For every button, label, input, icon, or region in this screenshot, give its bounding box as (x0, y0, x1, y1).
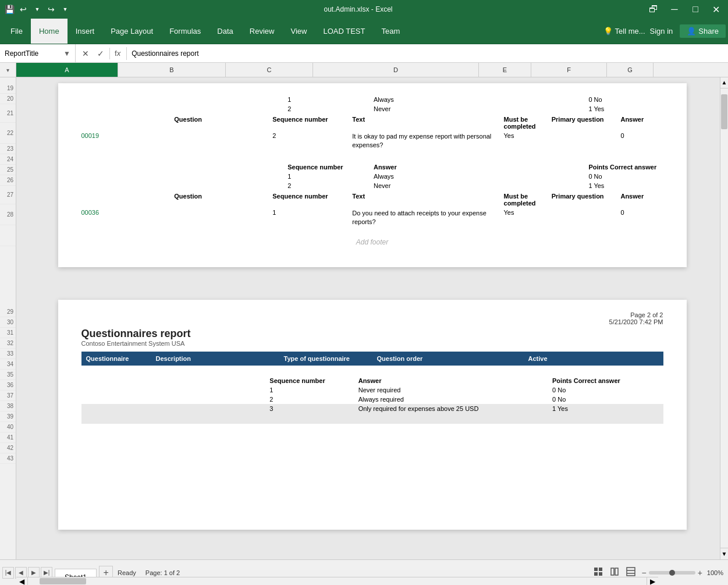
minimize-button[interactable]: ─ (667, 2, 681, 16)
tab-load-test[interactable]: LOAD TEST (315, 19, 373, 44)
customize-icon[interactable]: ▼ (61, 5, 70, 14)
cell-f28[interactable] (552, 209, 621, 228)
name-box-arrow-icon[interactable]: ▼ (63, 49, 70, 58)
cell-a30[interactable] (81, 377, 148, 384)
cell-a22[interactable]: 00019 (81, 132, 175, 151)
cell-f26[interactable]: 1 Yes (588, 182, 663, 189)
tab-home[interactable]: Home (31, 19, 68, 44)
tell-me-button[interactable]: 💡 Tell me... (603, 27, 645, 36)
cell-d25[interactable]: Always (374, 173, 537, 180)
cell-f25[interactable]: 0 No (588, 173, 663, 180)
tab-insert[interactable]: Insert (68, 19, 103, 44)
restore-button[interactable]: 🗗 (647, 2, 660, 16)
scroll-down-button[interactable]: ▼ (720, 548, 728, 559)
close-button[interactable]: ✕ (709, 2, 723, 16)
cell-d28[interactable]: Do you need to attach receipts to your e… (352, 209, 503, 228)
cell-f32[interactable]: 0 No (552, 396, 663, 403)
cell-b24[interactable] (182, 164, 287, 171)
cell-d20[interactable]: Never (374, 105, 537, 112)
cell-d26[interactable]: Never (374, 182, 537, 189)
col-header-b[interactable]: B (118, 63, 226, 77)
cell-b19[interactable] (182, 96, 287, 103)
cell-d19[interactable]: Always (374, 96, 537, 103)
cell-a21[interactable] (81, 116, 175, 130)
zoom-out-button[interactable]: − (641, 568, 646, 577)
maximize-button[interactable]: □ (688, 2, 702, 16)
cell-d24[interactable]: Answer (374, 164, 537, 171)
save-icon[interactable]: 💾 (5, 5, 14, 14)
h-scroll-track[interactable] (28, 577, 647, 585)
confirm-formula-button[interactable]: ✓ (94, 47, 107, 60)
cell-b31[interactable] (148, 387, 270, 393)
cell-b26[interactable] (182, 182, 287, 189)
cell-b30[interactable] (148, 377, 270, 384)
zoom-in-button[interactable]: + (698, 568, 702, 577)
scroll-thumb[interactable] (721, 94, 727, 129)
page-1-footer[interactable]: Add footer (81, 229, 663, 256)
cell-f31[interactable]: 0 No (552, 387, 663, 393)
cell-f20[interactable]: 1 Yes (588, 105, 663, 112)
cell-e32[interactable] (502, 396, 552, 403)
fx-label[interactable]: fx (112, 49, 123, 58)
cell-f30[interactable]: Points Correct answer (552, 377, 663, 384)
cell-a32[interactable] (81, 396, 148, 403)
cell-e20[interactable] (537, 105, 589, 112)
cell-a33[interactable] (81, 405, 148, 412)
cell-d22[interactable]: It is okay to pad my expense report with… (352, 132, 503, 151)
tab-review[interactable]: Review (242, 19, 283, 44)
cell-f24[interactable]: Points Correct answer (588, 164, 663, 171)
undo-icon[interactable]: ↩ (19, 5, 28, 14)
cell-c30[interactable]: Sequence number (269, 377, 358, 384)
cell-e26[interactable] (537, 182, 589, 189)
cell-a25[interactable] (81, 173, 182, 180)
cell-b33[interactable] (148, 405, 270, 412)
cell-a19[interactable] (81, 96, 182, 103)
horizontal-scrollbar[interactable]: ◀ ▶ (16, 577, 658, 585)
sheet-first-button[interactable]: |◀ (2, 567, 14, 579)
cell-b25[interactable] (182, 173, 287, 180)
cell-f21[interactable]: Primary question (552, 116, 621, 130)
cell-c22[interactable]: 2 (272, 132, 352, 151)
col-header-g[interactable]: G (607, 63, 654, 77)
cell-d27[interactable]: Text (352, 193, 503, 207)
scroll-track[interactable] (720, 88, 728, 548)
zoom-thumb[interactable] (669, 570, 675, 576)
cell-f19[interactable]: 0 No (588, 96, 663, 103)
col-header-e[interactable]: E (479, 63, 531, 77)
col-header-a[interactable]: A (16, 63, 118, 77)
cell-g28[interactable]: 0 (620, 209, 663, 228)
cell-e28[interactable]: Yes (504, 209, 552, 228)
tab-team[interactable]: Team (373, 19, 408, 44)
cell-b32[interactable] (148, 396, 270, 403)
select-all-button[interactable]: ▾ (0, 63, 16, 77)
cell-e19[interactable] (537, 96, 589, 103)
cell-d33[interactable]: Only required for expenses above 25 USD (358, 405, 503, 412)
cell-f27[interactable]: Primary question (552, 193, 621, 207)
vertical-scrollbar[interactable]: ▲ ▼ (720, 77, 728, 559)
share-button[interactable]: 👤 Share (680, 24, 726, 38)
redo-icon[interactable]: ↪ (47, 5, 56, 14)
cell-c32[interactable]: 2 (269, 396, 358, 403)
cell-f22[interactable] (552, 132, 621, 151)
tab-formulas[interactable]: Formulas (161, 19, 209, 44)
cell-e24[interactable] (537, 164, 589, 171)
cell-f33[interactable]: 1 Yes (552, 405, 663, 412)
cell-c31[interactable]: 1 (269, 387, 358, 393)
cell-b27[interactable]: Question (174, 193, 272, 207)
cell-e30[interactable] (502, 377, 552, 384)
col-header-c[interactable]: C (226, 63, 313, 77)
tab-view[interactable]: View (282, 19, 315, 44)
col-header-d[interactable]: D (313, 63, 479, 77)
cell-c33[interactable]: 3 (269, 405, 358, 412)
cell-b21[interactable]: Question (174, 116, 272, 130)
cell-d21[interactable]: Text (352, 116, 503, 130)
cell-c21[interactable]: Sequence number (272, 116, 352, 130)
cell-d32[interactable]: Always required (358, 396, 503, 403)
cell-c25[interactable]: 1 (287, 173, 374, 180)
cell-e25[interactable] (537, 173, 589, 180)
scroll-up-button[interactable]: ▲ (720, 77, 728, 88)
undo-dropdown-icon[interactable]: ▼ (33, 5, 42, 14)
cell-c28[interactable]: 1 (272, 209, 352, 228)
cell-e21[interactable]: Must be completed (504, 116, 552, 130)
tab-file[interactable]: File (2, 19, 31, 44)
